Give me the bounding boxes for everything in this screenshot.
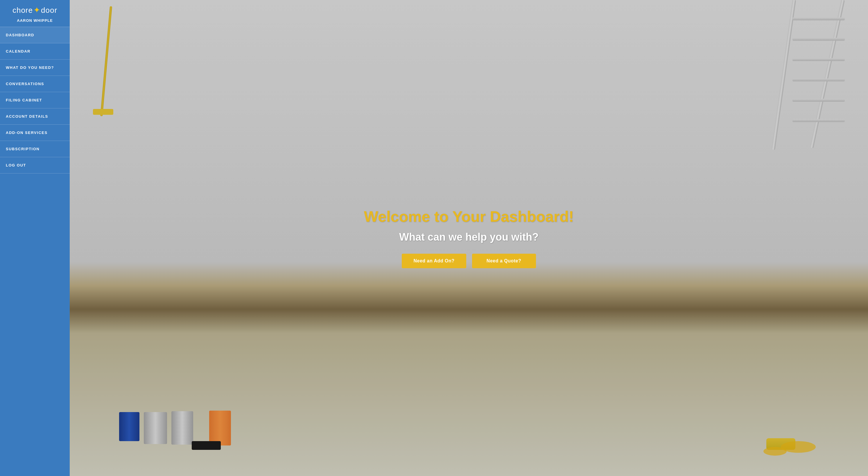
username-label: AARON WHIPPLE — [0, 18, 70, 27]
logo-part2: door — [41, 6, 57, 14]
logo: chore✦door — [0, 0, 70, 18]
sidebar-item-subscription[interactable]: SUBSCRIPTION — [0, 141, 70, 157]
cta-buttons-container: Need an Add On? Need a Quote? — [364, 254, 574, 268]
need-addon-button[interactable]: Need an Add On? — [402, 254, 466, 268]
sidebar-item-log-out[interactable]: LOG OUT — [0, 157, 70, 174]
sidebar-item-calendar[interactable]: CALENDAR — [0, 43, 70, 60]
hero-content: Welcome to Your Dashboard! What can we h… — [352, 196, 585, 280]
sidebar-item-conversations[interactable]: CONVERSATIONS — [0, 76, 70, 92]
sidebar-item-what-do-you-need[interactable]: WHAT DO YOU NEED? — [0, 60, 70, 76]
sidebar-item-add-on-services[interactable]: ADD-ON SERVICES — [0, 125, 70, 141]
main-content: Welcome to Your Dashboard! What can we h… — [70, 0, 868, 476]
logo-text: chore✦door — [12, 5, 57, 15]
sidebar-item-dashboard[interactable]: DASHBOARD — [0, 27, 70, 43]
sidebar: chore✦door AARON WHIPPLE DASHBOARD CALEN… — [0, 0, 70, 476]
sidebar-item-account-details[interactable]: ACCOUNT DETAILS — [0, 109, 70, 125]
need-quote-button[interactable]: Need a Quote? — [472, 254, 536, 268]
sidebar-nav: DASHBOARD CALENDAR WHAT DO YOU NEED? CON… — [0, 27, 70, 174]
sidebar-item-filing-cabinet[interactable]: FILING CABINET — [0, 92, 70, 109]
welcome-subtitle: What can we help you with? — [364, 231, 574, 243]
logo-star: ✦ — [33, 5, 40, 14]
logo-part1: chore — [12, 6, 33, 14]
welcome-title: Welcome to Your Dashboard! — [364, 208, 574, 225]
hero-background: Welcome to Your Dashboard! What can we h… — [70, 0, 868, 476]
